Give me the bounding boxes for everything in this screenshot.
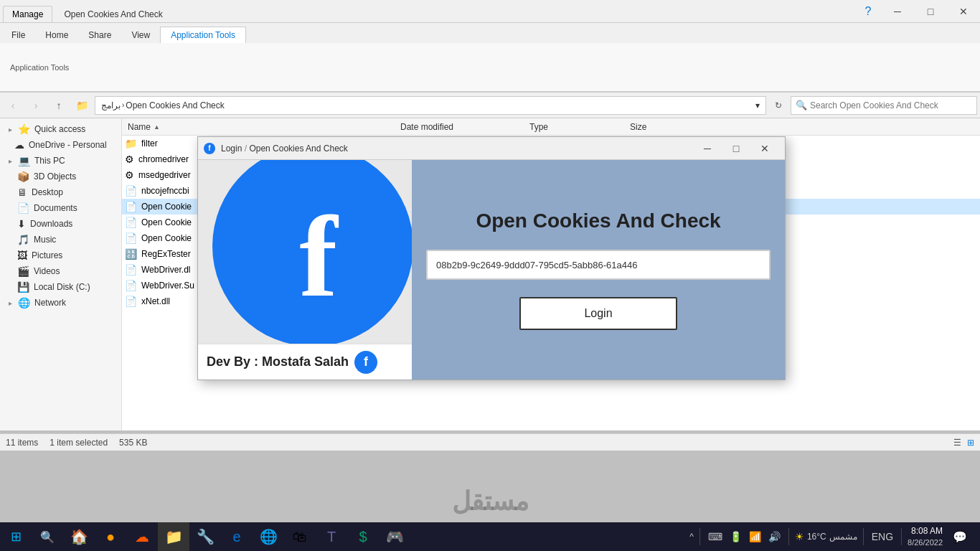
- system-clock[interactable]: 8:08 AM 8/26/2022: [908, 525, 943, 548]
- sidebar-item-documents[interactable]: 📄 Documents: [0, 200, 121, 216]
- taskbar-app-teams[interactable]: T: [316, 522, 347, 551]
- search-icon: 🔍: [796, 100, 807, 110]
- keyboard-icon[interactable]: ⌨: [706, 531, 725, 542]
- taskbar-app-registry[interactable]: 🔧: [189, 522, 221, 551]
- ribbon: File Home Share View Application Tools A…: [0, 23, 980, 93]
- search-icon: 🔍: [40, 530, 55, 544]
- address-bar-area: ‹ › ↑ 📁 برامج › Open Cookies And Check ▾…: [0, 93, 980, 118]
- network-icon: 🌐: [18, 297, 30, 309]
- title-tab-manage[interactable]: Manage: [3, 6, 52, 22]
- taskbar-app-money[interactable]: $: [347, 522, 379, 551]
- ribbon-tab-share[interactable]: Share: [78, 27, 121, 43]
- language-indicator[interactable]: ENG: [870, 531, 895, 542]
- address-dropdown-arrow[interactable]: ▾: [755, 100, 760, 110]
- refresh-button[interactable]: ↻: [769, 96, 788, 115]
- app-minimize-button[interactable]: ─: [693, 137, 722, 160]
- notification-button[interactable]: 💬: [946, 522, 974, 551]
- back-button[interactable]: ‹: [3, 96, 23, 115]
- sidebar: ▸ ⭐ Quick access ☁ OneDrive - Personal ▸…: [0, 118, 122, 430]
- col-header-name[interactable]: Name ▲: [125, 122, 397, 132]
- ribbon-tab-apptools[interactable]: Application Tools: [160, 27, 246, 43]
- col-header-size[interactable]: Size: [627, 122, 699, 132]
- fb-logo-circle: f: [212, 160, 412, 347]
- pictures-icon: 🖼: [17, 250, 27, 261]
- system-tray: ^ ⌨ 🔋 📶 🔊 ☀ 16°C مشمس ENG 8:08 AM 8/26/2…: [684, 522, 980, 551]
- sidebar-item-quickaccess[interactable]: ▸ ⭐ Quick access: [0, 121, 121, 137]
- taskbar-app-colored[interactable]: ●: [95, 522, 126, 551]
- app-title-bar: f Login / Open Cookies And Check ─ □ ✕: [198, 137, 785, 160]
- maximize-button[interactable]: □: [914, 0, 947, 23]
- videos-icon: 🎬: [17, 265, 29, 277]
- sidebar-item-localdisk[interactable]: 💾 Local Disk (C:): [0, 279, 121, 295]
- music-icon: 🎵: [17, 234, 29, 245]
- file-icon: ⚙: [125, 154, 134, 165]
- battery-icon[interactable]: 🔋: [727, 531, 744, 542]
- sidebar-item-onedrive[interactable]: ☁ OneDrive - Personal: [0, 137, 121, 153]
- soundcloud-icon: ☁: [135, 528, 149, 545]
- teams-icon: T: [327, 529, 336, 545]
- ribbon-tab-file[interactable]: File: [1, 27, 35, 43]
- network-expand: ▸: [9, 299, 12, 307]
- taskbar-app-store[interactable]: 🛍: [284, 522, 316, 551]
- app-window: f Login / Open Cookies And Check ─ □ ✕ f…: [197, 136, 786, 380]
- search-input[interactable]: [810, 100, 972, 110]
- taskbar-search-button[interactable]: 🔍: [32, 522, 63, 551]
- forward-button[interactable]: ›: [26, 96, 46, 115]
- sun-icon: ☀: [795, 531, 804, 542]
- file-icon: 📄: [125, 201, 137, 212]
- title-bar: Manage Open Cookies And Check ? ─ □ ✕: [0, 0, 980, 23]
- app-breadcrumb-main: Open Cookies And Check: [249, 143, 347, 154]
- sidebar-item-3dobjects[interactable]: 📦 3D Objects: [0, 169, 121, 184]
- app-close-button[interactable]: ✕: [750, 137, 779, 160]
- taskbar-app-extra[interactable]: 🎮: [379, 522, 410, 551]
- app-maximize-button[interactable]: □: [722, 137, 750, 160]
- up-button[interactable]: ↑: [49, 96, 69, 115]
- file-list-header: Name ▲ Date modified Type Size: [122, 118, 980, 136]
- extra-icon: 🎮: [386, 528, 404, 545]
- taskbar-app-home[interactable]: 🏠: [63, 522, 95, 551]
- sidebar-item-pictures[interactable]: 🖼 Pictures: [0, 248, 121, 263]
- taskbar-app-files[interactable]: 📁: [158, 522, 189, 551]
- sidebar-item-network[interactable]: ▸ 🌐 Network: [0, 295, 121, 311]
- app-title-text: Login / Open Cookies And Check: [221, 143, 687, 154]
- sidebar-item-music[interactable]: 🎵 Music: [0, 232, 121, 248]
- address-part-2: Open Cookies And Check: [126, 100, 224, 110]
- sidebar-label-thispc: This PC: [34, 156, 116, 166]
- sidebar-item-downloads[interactable]: ⬇ Downloads: [0, 216, 121, 232]
- ribbon-tab-view[interactable]: View: [121, 27, 160, 43]
- close-button[interactable]: ✕: [947, 0, 980, 23]
- tray-divider3: [863, 528, 864, 545]
- file-icon: 📄: [125, 264, 137, 276]
- title-tab-opencookies[interactable]: Open Cookies And Check: [54, 6, 172, 22]
- list-view-icon[interactable]: ☰: [953, 438, 961, 448]
- thispc-expand: ▸: [9, 157, 12, 165]
- desktop-icon: 🖥: [17, 187, 27, 198]
- minimize-button[interactable]: ─: [881, 0, 914, 23]
- start-button[interactable]: ⊞: [0, 522, 32, 551]
- status-view-buttons: ☰ ⊞: [953, 438, 974, 448]
- sidebar-item-desktop[interactable]: 🖥 Desktop: [0, 184, 121, 200]
- sidebar-item-videos[interactable]: 🎬 Videos: [0, 263, 121, 279]
- file-icon: 📄: [125, 296, 137, 307]
- ribbon-tab-home[interactable]: Home: [35, 27, 78, 43]
- folder-icon: 📁: [72, 96, 92, 115]
- sidebar-item-thispc[interactable]: ▸ 💻 This PC: [0, 153, 121, 169]
- taskbar-app-chrome[interactable]: 🌐: [253, 522, 284, 551]
- sidebar-label-localdisk: Local Disk (C:): [34, 282, 116, 292]
- col-header-type[interactable]: Type: [527, 122, 627, 132]
- status-item-size: 535 KB: [119, 438, 147, 448]
- address-part-1: برامج: [101, 100, 121, 110]
- grid-view-icon[interactable]: ⊞: [967, 438, 974, 448]
- temp-indicator: ☀ 16°C مشمس: [795, 531, 857, 542]
- address-box[interactable]: برامج › Open Cookies And Check ▾: [95, 96, 766, 115]
- login-button[interactable]: Login: [519, 297, 677, 330]
- taskbar-app-soundcloud[interactable]: ☁: [126, 522, 158, 551]
- col-header-date[interactable]: Date modified: [397, 122, 527, 132]
- app-breadcrumb-login: Login: [221, 143, 242, 154]
- taskbar-app-edge[interactable]: e: [221, 522, 253, 551]
- chevron-up-icon[interactable]: ^: [689, 532, 694, 542]
- help-button[interactable]: ?: [858, 1, 878, 22]
- cookie-input-display[interactable]: 08b2b9-9c2649-9ddd07-795cd5-5abb86-61a44…: [426, 250, 771, 280]
- network-tray-icon[interactable]: 📶: [747, 531, 763, 542]
- volume-icon[interactable]: 🔊: [766, 531, 783, 542]
